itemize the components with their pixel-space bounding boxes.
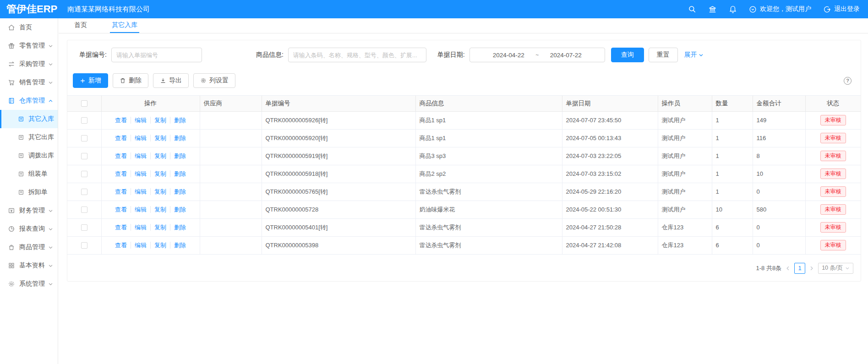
column-settings-button[interactable]: 列设置 [193,73,235,88]
edit-link[interactable]: 编辑 [131,135,151,141]
user-circle-icon [749,5,757,13]
grid-icon [8,262,15,269]
sidebar-item-采购管理[interactable]: 采购管理 [0,55,58,73]
sidebar-item-组装单[interactable]: 组装单 [0,165,58,183]
view-link[interactable]: 查看 [111,152,131,159]
sidebar-item-调拨出库[interactable]: 调拨出库 [0,147,58,165]
cell-checkbox [67,201,101,218]
cell-operator: 测试用户 [658,129,712,147]
cell-goods: 雷达杀虫气雾剂 [415,183,562,201]
date-end-input[interactable] [540,52,591,59]
page-size-select[interactable]: 10 条/页 [818,263,853,274]
delete-link[interactable]: 删除 [170,170,190,177]
header-operations: 操作 [101,96,200,111]
gear-icon [8,280,15,288]
copy-link[interactable]: 复制 [151,152,170,159]
cell-supplier [200,165,262,183]
cell-doc-no: QTRK00000005926[转] [262,111,415,129]
copy-link[interactable]: 复制 [151,224,170,231]
search-icon[interactable] [688,5,696,13]
row-checkbox[interactable] [81,224,87,231]
help-icon[interactable]: ? [844,77,852,85]
delete-link[interactable]: 删除 [170,242,190,249]
doc-no-input[interactable] [111,48,202,62]
bank-icon[interactable] [708,5,717,14]
sidebar-item-报表查询[interactable]: 报表查询 [0,220,58,238]
sidebar-item-商品管理[interactable]: 商品管理 [0,238,58,256]
edit-link[interactable]: 编辑 [131,224,151,231]
pagination-page-1[interactable]: 1 [794,263,805,274]
pagination-next-button[interactable] [809,266,814,271]
row-checkbox[interactable] [81,135,87,141]
goods-input[interactable] [288,48,426,62]
view-link[interactable]: 查看 [111,224,131,231]
row-checkbox[interactable] [81,189,87,195]
edit-link[interactable]: 编辑 [131,170,151,177]
delete-link[interactable]: 删除 [170,117,190,124]
filter-goods: 商品信息: [256,48,426,62]
row-checkbox[interactable] [81,171,87,177]
cell-qty: 1 [712,147,753,165]
view-link[interactable]: 查看 [111,206,131,213]
view-link[interactable]: 查看 [111,170,131,177]
edit-link[interactable]: 编辑 [131,117,151,124]
copy-link[interactable]: 复制 [151,242,170,249]
delete-link[interactable]: 删除 [170,224,190,231]
delete-link[interactable]: 删除 [170,152,190,159]
edit-link[interactable]: 编辑 [131,206,151,213]
edit-link[interactable]: 编辑 [131,188,151,195]
edit-link[interactable]: 编辑 [131,242,151,249]
tab-home[interactable]: 首页 [72,18,89,33]
copy-link[interactable]: 复制 [151,135,170,141]
view-link[interactable]: 查看 [111,188,131,195]
expand-link[interactable]: 展开 [684,51,704,59]
delete-button[interactable]: 删除 [113,73,148,88]
view-link[interactable]: 查看 [111,242,131,249]
header-qty: 数量 [712,96,753,111]
export-button[interactable]: 导出 [153,73,189,88]
cell-date: 2024-04-27 21:50:28 [562,218,658,236]
pagination-prev-button[interactable] [785,266,791,271]
bell-icon[interactable] [729,5,737,13]
sidebar-item-仓库管理[interactable]: 仓库管理 [0,92,58,110]
sidebar-item-首页[interactable]: 首页 [0,18,58,37]
sidebar-item-销售管理[interactable]: 销售管理 [0,73,58,92]
header-amount: 金额合计 [753,96,805,111]
sidebar-item-其它入库[interactable]: 其它入库 [0,110,58,128]
tab-other-inbound[interactable]: 其它入库 [110,18,139,33]
delete-button-label: 删除 [129,76,142,85]
copy-link[interactable]: 复制 [151,206,170,213]
select-all-checkbox[interactable] [81,100,87,107]
sidebar-item-系统管理[interactable]: 系统管理 [0,275,58,293]
cell-checkbox [67,218,101,236]
add-button[interactable]: 新增 [73,73,108,88]
delete-link[interactable]: 删除 [170,135,190,141]
cell-goods: 商品1 sp1 [415,129,562,147]
cell-qty: 1 [712,165,753,183]
delete-link[interactable]: 删除 [170,188,190,195]
logout-button[interactable]: 退出登录 [823,5,860,13]
sidebar-item-其它出库[interactable]: 其它出库 [0,128,58,147]
date-range-picker[interactable]: ~ [469,48,605,62]
copy-link[interactable]: 复制 [151,170,170,177]
row-checkbox[interactable] [81,242,87,249]
cell-checkbox [67,129,101,147]
sidebar-item-财务管理[interactable]: 财务管理 [0,201,58,220]
copy-link[interactable]: 复制 [151,117,170,124]
sidebar-item-基本资料[interactable]: 基本资料 [0,256,58,275]
table-header: 操作 供应商 单据编号 商品信息 单据日期 操作员 数量 金额合计 状态 [67,96,861,111]
search-button[interactable]: 查询 [611,48,644,62]
reset-button[interactable]: 重置 [649,48,678,62]
sidebar-item-零售管理[interactable]: 零售管理 [0,37,58,55]
user-menu[interactable]: 欢迎您，测试用户 [749,5,811,13]
row-checkbox[interactable] [81,206,87,213]
view-link[interactable]: 查看 [111,117,131,124]
row-checkbox[interactable] [81,153,87,159]
row-checkbox[interactable] [81,117,87,124]
copy-link[interactable]: 复制 [151,188,170,195]
sidebar-item-拆卸单[interactable]: 拆卸单 [0,183,58,201]
edit-link[interactable]: 编辑 [131,152,151,159]
delete-link[interactable]: 删除 [170,206,190,213]
date-start-input[interactable] [483,52,534,59]
view-link[interactable]: 查看 [111,135,131,141]
